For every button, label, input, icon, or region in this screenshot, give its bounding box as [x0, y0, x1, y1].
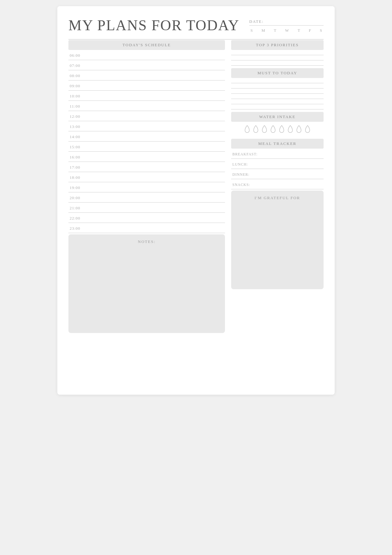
- time-row-1300[interactable]: 13:00: [68, 121, 225, 131]
- must-line-6[interactable]: [231, 104, 324, 109]
- notes-box[interactable]: NOTES:: [68, 234, 225, 333]
- priority-line-1[interactable]: [231, 50, 324, 55]
- page-title: MY PLANS FOR TODAY: [68, 17, 239, 34]
- day-letter-t: T: [274, 28, 277, 33]
- header: MY PLANS FOR TODAY DATE: SMTWTFS: [68, 17, 324, 34]
- meal-row-lunch[interactable]: LUNCH:: [231, 159, 324, 169]
- time-rows: 06:0007:0008:0009:0010:0011:0012:0013:00…: [68, 50, 225, 233]
- time-label: 15:00: [70, 145, 83, 150]
- time-label: 19:00: [70, 185, 83, 190]
- header-title: MY PLANS FOR TODAY: [68, 17, 239, 34]
- time-row-1900[interactable]: 19:00: [68, 182, 225, 192]
- water-drop-8[interactable]: [304, 125, 311, 136]
- time-label: 16:00: [70, 155, 83, 160]
- priority-line-2[interactable]: [231, 55, 324, 60]
- time-label: 22:00: [70, 216, 83, 221]
- grateful-label: I'M GRATEFUL FOR: [236, 195, 319, 200]
- time-label: 17:00: [70, 165, 83, 170]
- water-drops: [231, 122, 324, 138]
- notes-label: NOTES:: [73, 239, 220, 244]
- time-row-1000[interactable]: 10:00: [68, 91, 225, 101]
- meal-label: BREAKFAST:: [232, 152, 258, 156]
- time-row-1700[interactable]: 17:00: [68, 162, 225, 172]
- day-letter-t: T: [298, 28, 300, 33]
- left-column: TODAY'S SCHEDULE 06:0007:0008:0009:0010:…: [68, 40, 225, 333]
- date-underline[interactable]: [249, 25, 324, 26]
- water-drop-2[interactable]: [252, 125, 259, 136]
- time-row-0700[interactable]: 07:00: [68, 60, 225, 70]
- meal-label: SNACKS:: [232, 183, 250, 187]
- day-letter-s: S: [320, 28, 322, 33]
- right-column: TOP 3 PRIORITIES MUST TO TODAY WATER INT…: [231, 40, 324, 289]
- time-row-1400[interactable]: 14:00: [68, 131, 225, 142]
- time-label: 23:00: [70, 226, 83, 231]
- time-row-1200[interactable]: 12:00: [68, 111, 225, 121]
- date-label: DATE:: [249, 19, 324, 24]
- water-drop-3[interactable]: [261, 125, 268, 136]
- must-line-2[interactable]: [231, 83, 324, 88]
- day-letter-f: F: [309, 28, 311, 33]
- must-line-5[interactable]: [231, 99, 324, 104]
- must-today-header: MUST TO TODAY: [231, 68, 324, 78]
- time-row-1100[interactable]: 11:00: [68, 101, 225, 111]
- schedule-header: TODAY'S SCHEDULE: [68, 40, 225, 50]
- water-drop-1[interactable]: [244, 125, 251, 136]
- time-row-2000[interactable]: 20:00: [68, 192, 225, 203]
- priorities-header: TOP 3 PRIORITIES: [231, 40, 324, 50]
- time-label: 06:00: [70, 53, 83, 58]
- meal-row-breakfast[interactable]: BREAKFAST:: [231, 149, 324, 159]
- time-label: 09:00: [70, 84, 83, 88]
- header-divider: [68, 39, 324, 39]
- meal-row-snacks[interactable]: SNACKS:: [231, 179, 324, 189]
- grateful-box[interactable]: I'M GRATEFUL FOR: [231, 191, 324, 289]
- day-letter-w: W: [285, 28, 289, 33]
- time-label: 20:00: [70, 195, 83, 200]
- time-label: 11:00: [70, 104, 83, 109]
- time-row-1500[interactable]: 15:00: [68, 142, 225, 152]
- water-drop-5[interactable]: [278, 125, 285, 136]
- priority-line-3[interactable]: [231, 60, 324, 66]
- time-label: 18:00: [70, 175, 83, 180]
- time-label: 08:00: [70, 73, 83, 78]
- day-letter-m: M: [262, 28, 266, 33]
- day-letter-s: S: [251, 28, 253, 33]
- water-drop-7[interactable]: [296, 125, 302, 136]
- time-label: 21:00: [70, 206, 83, 211]
- water-drop-6[interactable]: [287, 125, 294, 136]
- time-row-2300[interactable]: 23:00: [68, 223, 225, 233]
- meal-header: MEAL TRACKER: [231, 139, 324, 149]
- time-label: 13:00: [70, 124, 83, 129]
- must-line-4[interactable]: [231, 94, 324, 99]
- day-letters-row: SMTWTFS: [249, 28, 324, 33]
- water-header: WATER INTAKE: [231, 112, 324, 122]
- water-drop-4[interactable]: [270, 125, 276, 136]
- time-label: 14:00: [70, 134, 83, 139]
- time-label: 10:00: [70, 94, 83, 99]
- must-line-1[interactable]: [231, 78, 324, 83]
- time-row-1600[interactable]: 16:00: [68, 152, 225, 162]
- planner-page: MY PLANS FOR TODAY DATE: SMTWTFS TODAY'S…: [57, 6, 335, 395]
- time-label: 12:00: [70, 114, 83, 119]
- time-row-2200[interactable]: 22:00: [68, 213, 225, 223]
- meal-row-dinner[interactable]: DINNER:: [231, 169, 324, 179]
- time-row-2100[interactable]: 21:00: [68, 203, 225, 213]
- must-line-3[interactable]: [231, 88, 324, 94]
- meal-rows: BREAKFAST:LUNCH:DINNER:SNACKS:: [231, 149, 324, 189]
- date-section: DATE: SMTWTFS: [249, 17, 324, 33]
- time-row-1800[interactable]: 18:00: [68, 172, 225, 182]
- time-row-0800[interactable]: 08:00: [68, 70, 225, 80]
- meal-label: LUNCH:: [232, 162, 248, 166]
- meal-label: DINNER:: [232, 172, 250, 177]
- time-row-0900[interactable]: 09:00: [68, 80, 225, 91]
- main-layout: TODAY'S SCHEDULE 06:0007:0008:0009:0010:…: [68, 40, 324, 333]
- time-row-0600[interactable]: 06:00: [68, 50, 225, 60]
- time-label: 07:00: [70, 63, 83, 68]
